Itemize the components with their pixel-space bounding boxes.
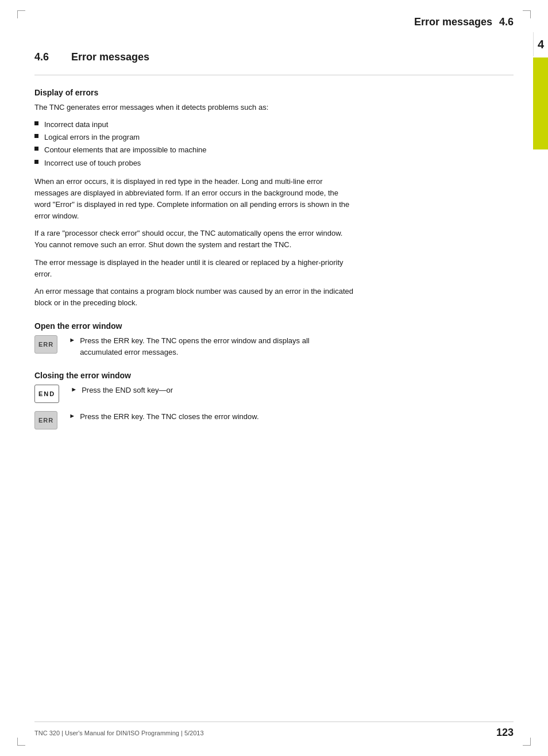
display-of-errors-heading: Display of errors — [34, 88, 514, 97]
list-item: Logical errors in the program — [34, 132, 356, 143]
arrow-icon: ► — [69, 336, 75, 343]
arrow-icon: ► — [71, 386, 77, 393]
subsection-display-of-errors: Display of errors The TNC generates erro… — [34, 88, 514, 309]
page: 4 Error messages 4.6 4.6 Error messages … — [0, 0, 548, 756]
bullet-icon — [34, 134, 38, 138]
bullet-list: Incorrect data input Logical errors in t… — [34, 119, 514, 169]
open-error-instruction-text: Press the ERR key. The TNC opens the err… — [80, 335, 321, 358]
list-item: Contour elements that are impossible to … — [34, 144, 356, 156]
main-content: 4.6 Error messages Display of errors The… — [0, 51, 548, 472]
closing-step-2-row: ERR ► Press the ERR key. The TNC closes … — [34, 411, 514, 429]
display-of-errors-para2: If a rare "processor check error" should… — [34, 228, 356, 251]
list-item: Incorrect use of touch probes — [34, 158, 356, 169]
list-item-text: Incorrect data input — [44, 119, 108, 131]
closing-error-window-heading: Closing the error window — [34, 371, 514, 380]
display-of-errors-intro: The TNC generates error messages when it… — [34, 102, 356, 113]
corner-mark-bottom-right — [523, 738, 531, 746]
corner-mark-top-right — [523, 10, 531, 18]
display-of-errors-para1: When an error occurs, it is displayed in… — [34, 176, 356, 222]
closing-step-1-text: Press the END soft key—or — [82, 385, 173, 396]
header-section: 4.6 — [499, 16, 514, 28]
list-item-text: Incorrect use of touch probes — [44, 158, 141, 169]
display-of-errors-para3: The error message is displayed in the he… — [34, 257, 356, 280]
subsection-open-error-window: Open the error window ERR ► Press the ER… — [34, 321, 514, 358]
instruction-content: ► Press the ERR key. The TNC closes the … — [69, 411, 258, 423]
page-footer: TNC 320 | User's Manual for DIN/ISO Prog… — [34, 722, 514, 739]
section-heading: 4.6 Error messages — [34, 51, 514, 63]
err-key-badge: ERR — [34, 335, 57, 354]
chapter-number-tab: 4 — [533, 32, 548, 56]
corner-mark-bottom-left — [17, 738, 25, 746]
display-of-errors-para4: An error message that contains a program… — [34, 286, 356, 309]
section-divider — [34, 75, 514, 75]
bullet-icon — [34, 147, 38, 151]
instruction-content: ► Press the END soft key—or — [71, 385, 173, 396]
section-number: 4.6 — [34, 51, 57, 63]
arrow-icon: ► — [69, 412, 75, 419]
closing-step-1-row: END ► Press the END soft key—or — [34, 385, 514, 403]
section-title: Error messages — [71, 51, 149, 63]
list-item-text: Logical errors in the program — [44, 132, 140, 143]
header-title: Error messages — [414, 16, 492, 28]
open-error-instruction-row: ERR ► Press the ERR key. The TNC opens t… — [34, 335, 514, 358]
chapter-number: 4 — [538, 38, 544, 51]
corner-mark-top-left — [17, 10, 25, 18]
closing-step-2-text: Press the ERR key. The TNC closes the er… — [80, 411, 258, 423]
list-item-text: Contour elements that are impossible to … — [44, 144, 207, 156]
err-key-badge-2: ERR — [34, 411, 57, 429]
bullet-icon — [34, 121, 38, 125]
instruction-content: ► Press the ERR key. The TNC opens the e… — [69, 335, 321, 358]
footer-text: TNC 320 | User's Manual for DIN/ISO Prog… — [34, 730, 204, 736]
open-error-window-heading: Open the error window — [34, 321, 514, 331]
subsection-closing-error-window: Closing the error window END ► Press the… — [34, 371, 514, 429]
page-header: Error messages 4.6 — [0, 0, 548, 28]
green-tab — [533, 57, 548, 149]
page-number: 123 — [496, 727, 514, 739]
end-key-badge: END — [34, 385, 59, 403]
header-right: Error messages 4.6 — [414, 16, 514, 28]
list-item: Incorrect data input — [34, 119, 356, 131]
bullet-icon — [34, 160, 38, 164]
